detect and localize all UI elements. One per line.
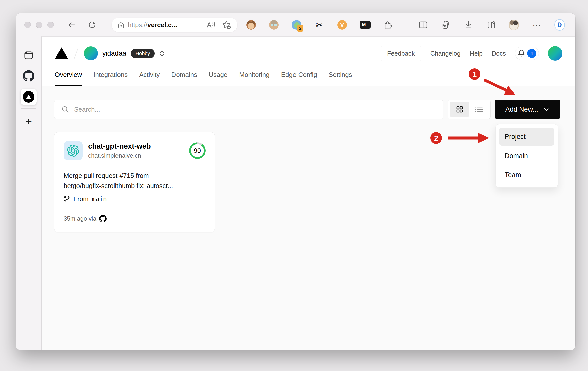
tab-usage[interactable]: Usage: [209, 70, 227, 86]
reload-button[interactable]: [88, 20, 97, 29]
tab-overview[interactable]: Overview: [55, 70, 82, 86]
read-aloud-icon[interactable]: [206, 21, 216, 29]
nav-link-help[interactable]: Help: [470, 50, 483, 57]
project-favicon: [64, 141, 83, 160]
list-view-button[interactable]: [469, 102, 489, 117]
clipper-extension-icon[interactable]: ✂: [314, 20, 325, 30]
grid-view-icon: [456, 105, 464, 113]
new-tab-button[interactable]: +: [21, 114, 36, 129]
speed-score-value: 90: [191, 144, 204, 157]
lock-icon: [118, 21, 124, 29]
tab-domains[interactable]: Domains: [171, 70, 197, 86]
dropdown-item-domain[interactable]: Domain: [499, 147, 554, 165]
search-input[interactable]: [74, 105, 437, 114]
site-header: yidadaa Hobby Feedback Changelog Help Do…: [42, 37, 575, 86]
add-new-button[interactable]: Add New...: [495, 100, 560, 119]
tab-edge-config[interactable]: Edge Config: [281, 70, 317, 86]
feedback-button[interactable]: Feedback: [381, 46, 421, 61]
dropdown-item-team[interactable]: Team: [499, 166, 554, 184]
list-view-icon: [475, 106, 483, 113]
notifications-button[interactable]: 1: [515, 47, 539, 60]
tab-monitoring[interactable]: Monitoring: [239, 70, 269, 86]
url-host: vercel.c...: [147, 21, 177, 29]
proxy-extension-icon[interactable]: 2: [291, 20, 302, 30]
bing-chat-button[interactable]: b: [554, 20, 565, 30]
branch-line: From main: [64, 195, 206, 203]
latest-commit-message: Merge pull request #715 from betgo/bugfi…: [64, 171, 206, 191]
tampermonkey-extension-icon[interactable]: [246, 20, 256, 30]
user-avatar[interactable]: [548, 46, 562, 61]
extension-row: 2 ✂ V M↓ ⋯ b: [244, 20, 567, 30]
github-icon: [23, 70, 34, 82]
download-icon: [464, 20, 473, 30]
markdown-extension-icon[interactable]: M↓: [360, 20, 370, 30]
openai-icon: [67, 145, 79, 157]
team-switcher-button[interactable]: [159, 49, 165, 58]
add-new-dropdown: Project Domain Team: [495, 124, 558, 188]
reload-icon: [88, 20, 97, 29]
collections-icon: [441, 20, 450, 30]
profile-button[interactable]: [509, 20, 519, 30]
chevron-down-icon: [543, 106, 550, 113]
nav-link-changelog[interactable]: Changelog: [430, 50, 461, 57]
favorite-star-icon[interactable]: [222, 20, 231, 30]
vercel-triangle-icon: [26, 95, 31, 99]
minimize-window-button[interactable]: [36, 22, 42, 28]
overview-main: Add New... chat-gpt-next-web chat.simple…: [42, 86, 575, 350]
close-window-button[interactable]: [24, 22, 31, 28]
plan-badge: Hobby: [131, 49, 155, 58]
tab-vercel-active[interactable]: [21, 89, 37, 105]
collections-button[interactable]: [440, 20, 451, 30]
split-screen-button[interactable]: [418, 20, 428, 30]
tab-activity[interactable]: Activity: [139, 70, 160, 86]
toolbar-divider: [405, 20, 405, 29]
git-branch-icon: [64, 196, 70, 202]
grid-view-button[interactable]: [450, 102, 469, 117]
extension-badge: 2: [297, 25, 303, 32]
back-button[interactable]: [67, 20, 76, 29]
extensions-menu-button[interactable]: [382, 20, 393, 30]
workspaces-button[interactable]: [486, 20, 497, 30]
vercel-page: yidadaa Hobby Feedback Changelog Help Do…: [41, 36, 575, 350]
vercel-logo[interactable]: [55, 47, 68, 59]
sidebar-divider: [21, 108, 36, 109]
zoom-window-button[interactable]: [47, 22, 54, 28]
split-screen-icon: [418, 21, 428, 29]
tab-integrations[interactable]: Integrations: [93, 70, 128, 86]
vercel-favicon: [23, 91, 34, 103]
dropdown-item-project[interactable]: Project: [499, 128, 554, 146]
tab-pane-icon: [23, 50, 34, 61]
tab-settings[interactable]: Settings: [329, 70, 352, 86]
profile-avatar: [509, 20, 519, 30]
project-name[interactable]: chat-gpt-next-web: [88, 142, 151, 150]
address-bar[interactable]: https://vercel.c...: [112, 18, 237, 32]
ellipsis-icon: ⋯: [532, 20, 541, 30]
search-icon: [61, 105, 69, 113]
puzzle-icon: [383, 20, 393, 30]
back-arrow-icon: [67, 20, 76, 29]
branch-name: main: [92, 195, 107, 203]
deployed-time: 35m ago via: [64, 215, 96, 222]
add-new-label: Add New...: [505, 106, 538, 113]
search-box: [54, 100, 443, 119]
team-avatar[interactable]: [84, 46, 98, 60]
workspaces-icon: [487, 20, 496, 30]
breadcrumb-slash: [74, 48, 78, 59]
toggle-vertical-tabs-button[interactable]: [21, 48, 36, 63]
speed-score-ring[interactable]: 90: [189, 142, 206, 159]
v-extension-icon[interactable]: V: [337, 20, 347, 30]
notification-badge: 1: [527, 49, 536, 58]
scissors-icon: ✂: [316, 21, 323, 29]
plus-icon: +: [25, 116, 32, 127]
team-name[interactable]: yidadaa: [102, 50, 126, 57]
project-card[interactable]: chat-gpt-next-web chat.simplenaive.cn 90…: [54, 132, 215, 232]
nav-link-docs[interactable]: Docs: [492, 50, 506, 57]
settings-menu-button[interactable]: ⋯: [532, 20, 542, 30]
tab-github[interactable]: [21, 68, 36, 84]
from-label: From: [73, 195, 89, 203]
project-domain[interactable]: chat.simplenaive.cn: [88, 152, 151, 159]
downloads-button[interactable]: [463, 20, 474, 30]
granny-extension-icon[interactable]: [269, 20, 279, 30]
monkey-icon: [246, 20, 256, 30]
deployment-meta: 35m ago via: [64, 215, 206, 222]
